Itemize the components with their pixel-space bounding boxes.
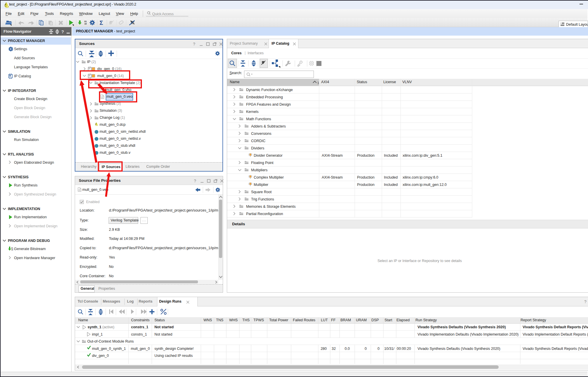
svg-text:10: 10: [11, 249, 13, 251]
svg-text:01: 01: [11, 247, 13, 249]
svg-text:01: 01: [84, 20, 87, 22]
svg-text:Σ: Σ: [100, 20, 103, 26]
svg-text:?: ?: [61, 29, 64, 34]
svg-text:10: 10: [84, 23, 87, 25]
svg-text:?: ?: [193, 42, 195, 46]
svg-text:?: ?: [194, 179, 196, 183]
